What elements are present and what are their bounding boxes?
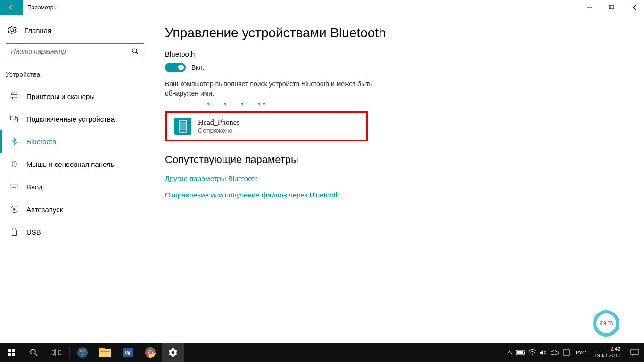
- close-button[interactable]: [622, 0, 644, 15]
- start-button[interactable]: [0, 343, 23, 362]
- sidebar: Главная Устройства Принтеры и сканеры: [0, 15, 151, 343]
- taskbar-app-chrome[interactable]: [139, 343, 162, 362]
- svg-point-50: [532, 354, 533, 355]
- svg-rect-7: [12, 93, 17, 95]
- bluetooth-icon: [9, 137, 19, 146]
- svg-point-38: [82, 354, 83, 355]
- clock-time: 2:42: [594, 346, 620, 353]
- svg-point-35: [77, 347, 88, 358]
- svg-point-25: [182, 131, 183, 132]
- link-send-receive-files[interactable]: Отправление или получение файлов через B…: [165, 191, 630, 199]
- svg-rect-21: [13, 228, 16, 230]
- sidebar-item-label: Ввод: [26, 183, 43, 191]
- back-button[interactable]: [0, 0, 23, 15]
- search-input[interactable]: [11, 48, 132, 55]
- sidebar-item-printers[interactable]: Принтеры и сканеры: [0, 85, 151, 107]
- bluetooth-toggle[interactable]: [165, 63, 186, 72]
- mouse-icon: [9, 159, 19, 169]
- svg-rect-29: [12, 353, 15, 356]
- svg-rect-40: [99, 348, 105, 350]
- taskbar-app-explorer[interactable]: [94, 343, 116, 362]
- sidebar-item-autoplay[interactable]: Автозапуск: [0, 198, 151, 221]
- devices-icon: [9, 114, 19, 123]
- taskbar-app-word[interactable]: W: [116, 343, 139, 362]
- svg-rect-52: [631, 349, 638, 354]
- sidebar-item-label: USB: [26, 228, 41, 236]
- search-icon: [132, 48, 139, 55]
- svg-rect-9: [12, 97, 16, 99]
- related-heading: Сопутствующие параметры: [165, 154, 630, 166]
- gear-icon: [8, 25, 17, 35]
- sidebar-item-label: Bluetooth: [26, 138, 56, 146]
- keyboard-icon: [9, 182, 19, 191]
- svg-rect-49: [517, 351, 523, 354]
- titlebar-label: Параметры: [23, 4, 58, 11]
- sidebar-item-label: Принтеры и сканеры: [26, 92, 95, 100]
- group-label: Устройства: [0, 68, 151, 85]
- action-center-button[interactable]: [625, 343, 644, 362]
- tray-volume-icon[interactable]: [538, 343, 549, 362]
- task-view-button[interactable]: [45, 343, 68, 362]
- svg-rect-2: [610, 5, 614, 9]
- taskbar-app-paint[interactable]: [71, 343, 94, 362]
- tray-chevron-up-icon[interactable]: [504, 343, 515, 362]
- svg-rect-32: [52, 350, 54, 355]
- svg-rect-39: [99, 349, 111, 357]
- svg-rect-26: [8, 349, 11, 352]
- language-indicator[interactable]: РУС: [572, 350, 590, 355]
- toggle-state-label: Вкл.: [191, 64, 205, 71]
- svg-text:W: W: [125, 350, 131, 356]
- main-content: Управление устройствами Bluetooth Blueto…: [151, 15, 644, 343]
- svg-rect-8: [11, 95, 17, 98]
- clock-date: 19.03.2017: [594, 353, 620, 359]
- device-item-headphones[interactable]: Head_Phones Сопряжено: [165, 111, 368, 141]
- home-button[interactable]: Главная: [0, 22, 151, 39]
- tray-battery-icon[interactable]: [515, 343, 527, 362]
- sidebar-item-typing[interactable]: Ввод: [0, 175, 151, 198]
- window-controls: [579, 0, 644, 15]
- svg-rect-24: [180, 122, 186, 130]
- bluetooth-section-label: Bluetooth: [165, 50, 630, 58]
- clock[interactable]: 2:42 19.03.2017: [590, 346, 625, 359]
- phone-device-icon: [174, 118, 191, 135]
- storage-indicator-label: 9.9 ГБ: [600, 321, 613, 326]
- storage-indicator[interactable]: 9.9 ГБ: [593, 310, 619, 337]
- tray-app-icon[interactable]: [561, 343, 572, 362]
- minimize-button[interactable]: [579, 0, 601, 15]
- svg-rect-28: [8, 353, 11, 356]
- link-more-bluetooth-options[interactable]: Другие параметры Bluetooth: [165, 174, 630, 182]
- sidebar-item-connected-devices[interactable]: Подключенные устройства: [0, 107, 151, 130]
- page-heading: Управление устройствами Bluetooth: [165, 25, 630, 41]
- taskbar-search-button[interactable]: [23, 343, 45, 362]
- svg-rect-34: [59, 350, 61, 355]
- toggle-knob: [178, 65, 184, 70]
- svg-rect-51: [563, 350, 569, 355]
- sidebar-item-label: Автозапуск: [26, 206, 63, 214]
- taskbar: W РУС 2:42 19.03.2017: [0, 343, 644, 362]
- maximize-button[interactable]: [601, 0, 622, 15]
- svg-point-46: [149, 351, 152, 354]
- svg-rect-48: [524, 352, 525, 354]
- device-status: Сопряжено: [198, 127, 239, 134]
- status-text: Ваш компьютер выполняет поиск устройств …: [165, 80, 377, 98]
- svg-line-6: [136, 52, 138, 54]
- sidebar-item-usb[interactable]: USB: [0, 221, 151, 243]
- titlebar: Параметры: [0, 0, 644, 15]
- tray-onedrive-icon[interactable]: [549, 343, 561, 362]
- svg-rect-33: [55, 349, 58, 356]
- taskbar-app-settings[interactable]: [162, 343, 184, 362]
- search-box[interactable]: [6, 43, 144, 59]
- home-label: Главная: [25, 26, 51, 34]
- printer-icon: [9, 91, 19, 101]
- usb-icon: [9, 227, 19, 237]
- svg-point-30: [31, 349, 35, 354]
- sidebar-item-mouse[interactable]: Мышь и сенсорная панель: [0, 153, 151, 175]
- system-tray: РУС 2:42 19.03.2017: [504, 343, 644, 362]
- sidebar-item-label: Мышь и сенсорная панель: [26, 160, 114, 168]
- sidebar-item-label: Подключенные устройства: [26, 115, 115, 123]
- sidebar-item-bluetooth[interactable]: Bluetooth: [0, 130, 151, 153]
- tray-wifi-icon[interactable]: [527, 343, 538, 362]
- svg-point-37: [83, 350, 85, 352]
- svg-point-36: [80, 350, 82, 352]
- svg-rect-27: [12, 349, 15, 352]
